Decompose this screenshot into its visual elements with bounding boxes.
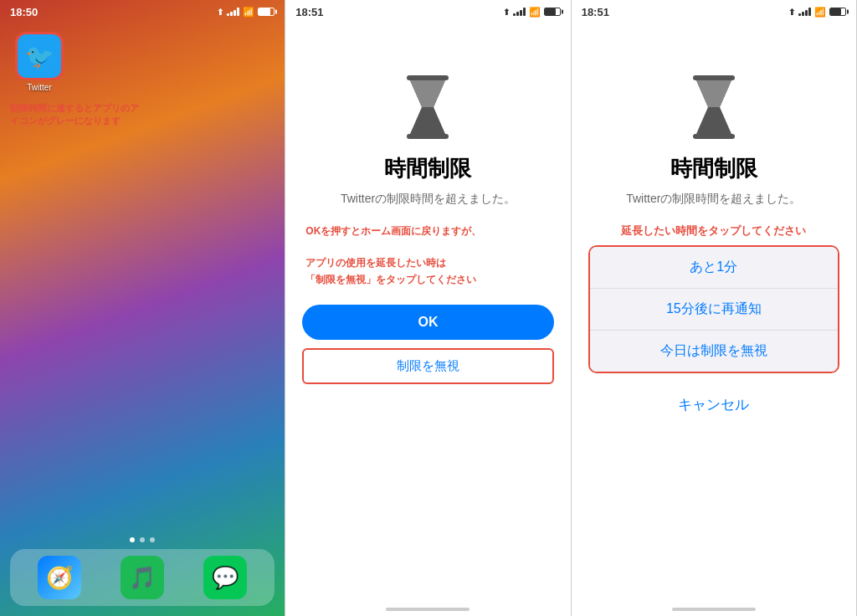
home-indicator-bar-3 [672, 608, 756, 611]
status-bar-1: 18:50 ⬆ 📶 [0, 0, 285, 23]
safari-app-icon[interactable]: 🧭 [38, 556, 81, 599]
status-time-2: 18:51 [295, 6, 323, 18]
status-bar-3: 18:51 ⬆ 📶 [572, 0, 856, 23]
dot-1 [130, 537, 135, 542]
time-limit-subtitle-3: Twitterの制限時間を超えました。 [626, 192, 801, 207]
location-icon: ⬆ [217, 8, 223, 17]
status-time-3: 18:51 [582, 6, 609, 18]
signal-bars-2 [513, 8, 526, 16]
twitter-bird-icon: 🐦 [25, 43, 54, 70]
status-icons-1: ⬆ 📶 [217, 7, 275, 18]
extend-annotation: 延長したい時間をタップしてください [621, 223, 806, 239]
page-dots [0, 531, 285, 549]
twitter-icon-wrapper: 🐦 [15, 32, 64, 80]
panel2-annotation: OKを押すとホーム画面に戻りますが、 アプリの使用を延長したい時は 「制限を無視… [302, 223, 485, 288]
svg-rect-1 [407, 134, 449, 139]
option-1min[interactable]: あと1分 [590, 247, 838, 289]
wifi-icon-1: 📶 [243, 7, 254, 18]
status-icons-2: ⬆ 📶 [503, 7, 561, 18]
option-ignore-today[interactable]: 今日は制限を無視 [590, 331, 838, 372]
cancel-button[interactable]: キャンセル [588, 383, 839, 426]
line-app-icon[interactable]: 💬 [203, 556, 247, 599]
panel-home: 18:50 ⬆ 📶 🐦 Twitter 制限時間に達するとアプリのアイコンがグレ… [0, 0, 285, 616]
time-limit-subtitle-2: Twitterの制限時間を超えました。 [341, 192, 516, 207]
twitter-app-icon[interactable]: 🐦 Twitter [10, 32, 69, 92]
wifi-icon-2: 📶 [529, 7, 541, 18]
home-content: 🐦 Twitter 制限時間に達するとアプリのアイコンがグレーになります [0, 23, 285, 531]
ignore-button-wrapper: 制限を無視 [302, 348, 553, 384]
battery-icon-2 [544, 8, 561, 16]
panel-time-limit: 18:51 ⬆ 📶 時間制限 Twitterの制限時間を超えました。 OKを押す… [285, 0, 571, 616]
twitter-app-label: Twitter [27, 83, 51, 92]
spotify-app-icon[interactable]: 🎵 [121, 556, 164, 599]
svg-rect-3 [693, 134, 735, 139]
location-icon-3: ⬆ [788, 8, 795, 17]
time-limit-title-2: 時間制限 [384, 154, 471, 183]
hourglass-icon-3 [685, 74, 743, 141]
battery-icon-3 [829, 8, 846, 16]
svg-rect-2 [693, 75, 735, 80]
status-icons-3: ⬆ 📶 [788, 7, 846, 18]
signal-bars-3 [798, 8, 811, 16]
dot-3 [150, 537, 155, 542]
panel-extend-time: 18:51 ⬆ 📶 時間制限 Twitterの制限時間を超えました。 延長したい… [572, 0, 857, 616]
home-indicator-3 [572, 603, 856, 616]
ok-button[interactable]: OK [302, 305, 553, 340]
extend-content: 時間制限 Twitterの制限時間を超えました。 延長したい時間をタップしてくだ… [572, 23, 856, 603]
status-time-1: 18:50 [10, 6, 38, 18]
battery-icon-1 [258, 8, 275, 16]
signal-bars-1 [227, 8, 239, 16]
ignore-button[interactable]: 制限を無視 [304, 350, 552, 382]
time-limit-title-3: 時間制限 [670, 154, 757, 183]
wifi-icon-3: 📶 [814, 7, 826, 18]
home-indicator-bar-2 [386, 608, 470, 611]
options-wrapper: あと1分 15分後に再通知 今日は制限を無視 [588, 245, 839, 373]
hourglass-icon [398, 74, 457, 141]
time-limit-content: 時間制限 Twitterの制限時間を超えました。 OKを押すとホーム画面に戻りま… [285, 23, 570, 603]
dot-2 [140, 537, 145, 542]
home-annotation: 制限時間に達するとアプリのアイコンがグレーになります [10, 102, 144, 128]
home-indicator-2 [285, 603, 570, 616]
svg-rect-0 [407, 75, 449, 80]
option-15min[interactable]: 15分後に再通知 [590, 289, 838, 331]
dock: 🧭 🎵 💬 [10, 549, 275, 606]
status-bar-2: 18:51 ⬆ 📶 [285, 0, 570, 23]
location-icon-2: ⬆ [503, 8, 510, 17]
